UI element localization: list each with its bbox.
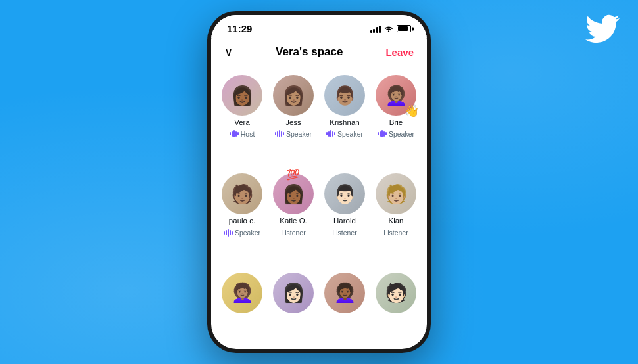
phone-screen: 11:29 ∨ Vera's xyxy=(211,15,427,349)
role-label: Speaker xyxy=(389,130,414,138)
role-label: Speaker xyxy=(337,130,363,138)
status-icons xyxy=(370,24,412,34)
wifi-icon xyxy=(384,24,393,34)
role-label: Speaker xyxy=(235,229,260,237)
avatar-row3c: 👩🏾‍🦱 xyxy=(324,273,365,313)
mic-wave-icon xyxy=(230,130,239,137)
participant-name: Harold xyxy=(333,217,356,226)
chevron-down-icon[interactable]: ∨ xyxy=(224,45,233,59)
avatar-vera: 👩🏾 xyxy=(222,75,262,116)
participant-name: Katie O. xyxy=(280,217,307,226)
mic-wave-icon xyxy=(224,229,233,237)
participant-name: Brie xyxy=(389,118,403,127)
role-label: Listener xyxy=(332,229,356,237)
space-title: Vera's space xyxy=(276,45,343,58)
role-label: Listener xyxy=(281,229,305,237)
role-label: Listener xyxy=(383,229,408,237)
app-header: ∨ Vera's space Leave xyxy=(211,38,427,64)
participant-brie[interactable]: 👩🏽‍🦱 👋 Brie Speaker xyxy=(373,75,419,166)
mic-wave-icon xyxy=(326,130,335,137)
role-label: Speaker xyxy=(286,130,312,138)
participant-row3a[interactable]: 👩🏽‍🦱 xyxy=(219,273,265,344)
participant-kian[interactable]: 🧑🏼 Kian Listener xyxy=(373,173,419,264)
participant-row3c[interactable]: 👩🏾‍🦱 xyxy=(322,273,368,344)
twitter-logo xyxy=(585,12,620,39)
participant-role: Listener xyxy=(332,229,356,237)
participant-katie[interactable]: 👩🏾 💯 Katie O. Listener xyxy=(270,173,316,264)
participant-krishnan[interactable]: 👨🏽 Krishnan Speaker xyxy=(322,75,368,166)
participant-row3d[interactable]: 🧑🏻 xyxy=(373,273,419,344)
participant-harold[interactable]: 👨🏻 Harold Listener xyxy=(322,173,368,264)
hundred-emoji: 💯 xyxy=(287,168,300,181)
participant-name: Kian xyxy=(388,217,403,226)
participant-role: Listener xyxy=(383,229,408,237)
participant-role: Speaker xyxy=(224,229,260,237)
participant-vera[interactable]: 👩🏾 Vera Host xyxy=(219,75,265,166)
participant-role: Speaker xyxy=(326,130,363,138)
participants-grid: 👩🏾 Vera Host xyxy=(211,64,427,349)
avatar-row3a: 👩🏽‍🦱 xyxy=(222,273,262,313)
leave-button[interactable]: Leave xyxy=(385,47,414,58)
participant-row3b[interactable]: 👩🏻 xyxy=(270,273,316,344)
notch xyxy=(286,11,352,15)
role-label: Host xyxy=(241,130,255,138)
signal-icon xyxy=(370,25,381,33)
status-time: 11:29 xyxy=(227,23,252,34)
participant-role: Listener xyxy=(281,229,305,237)
participant-name: Jess xyxy=(285,118,301,127)
avatar-jess: 👩🏽 xyxy=(273,75,314,116)
participant-name: paulo c. xyxy=(229,217,255,226)
mic-wave-icon xyxy=(378,130,387,137)
participant-paulo[interactable]: 🧑🏽 paulo c. Speaker xyxy=(219,173,265,264)
battery-icon xyxy=(397,25,411,32)
mic-wave-icon xyxy=(275,130,284,137)
participant-role: Host xyxy=(230,130,255,138)
participant-name: Vera xyxy=(234,118,250,127)
avatar-row3d: 🧑🏻 xyxy=(376,273,416,313)
phone-container: 11:29 ∨ Vera's xyxy=(207,11,431,353)
participant-role: Speaker xyxy=(275,130,312,138)
avatar-row3b: 👩🏻 xyxy=(273,273,314,313)
avatar-kian: 🧑🏼 xyxy=(376,173,416,214)
participant-role: Speaker xyxy=(378,130,414,138)
status-bar: 11:29 xyxy=(211,15,427,38)
avatar-harold: 👨🏻 xyxy=(324,173,365,214)
avatar-paulo: 🧑🏽 xyxy=(222,173,262,214)
avatar-krishnan: 👨🏽 xyxy=(324,75,365,116)
participant-jess[interactable]: 👩🏽 Jess Speaker xyxy=(270,75,316,166)
participant-name: Krishnan xyxy=(330,118,359,127)
wave-emoji: 👋 xyxy=(405,104,419,118)
